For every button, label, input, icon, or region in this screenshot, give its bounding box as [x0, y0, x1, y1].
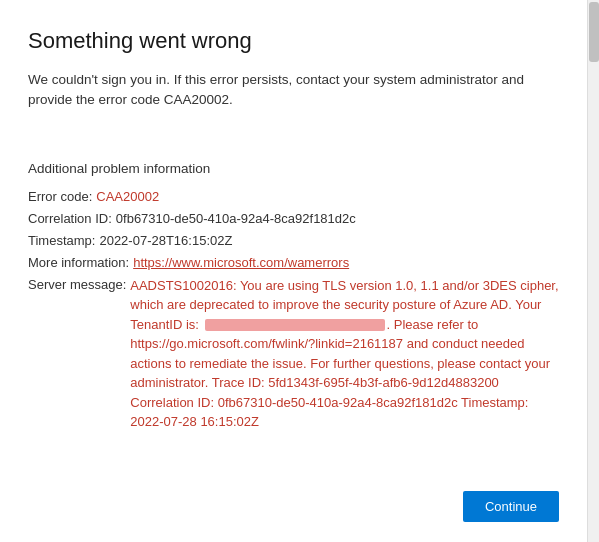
scrollbar[interactable] [587, 0, 599, 542]
server-message-label: Server message: [28, 274, 126, 296]
correlation-id-label: Correlation ID: [28, 208, 112, 230]
more-info-link[interactable]: https://www.microsoft.com/wamerrors [133, 252, 349, 274]
timestamp-value: 2022-07-28T16:15:02Z [99, 230, 232, 252]
footer: Continue [28, 479, 559, 522]
info-table: Error code: CAA20002 Correlation ID: 0fb… [28, 186, 559, 432]
correlation-id-value: 0fb67310-de50-410a-92a4-8ca92f181d2c [116, 208, 356, 230]
page-title: Something went wrong [28, 28, 559, 54]
more-info-label: More information: [28, 252, 129, 274]
server-message-row: Server message: AADSTS1002016: You are u… [28, 274, 559, 432]
redacted-tenant-id [205, 319, 385, 331]
more-info-row: More information: https://www.microsoft.… [28, 252, 559, 274]
error-code-label: Error code: [28, 186, 92, 208]
description-text: We couldn't sign you in. If this error p… [28, 70, 559, 111]
error-code-row: Error code: CAA20002 [28, 186, 559, 208]
additional-section: Additional problem information Error cod… [28, 161, 559, 432]
server-message-text2: . Please refer to https://go.microsoft.c… [130, 317, 550, 430]
continue-button[interactable]: Continue [463, 491, 559, 522]
additional-heading: Additional problem information [28, 161, 559, 176]
main-container: Something went wrong We couldn't sign yo… [0, 0, 587, 542]
server-message-content: AADSTS1002016: You are using TLS version… [130, 276, 559, 432]
timestamp-label: Timestamp: [28, 230, 95, 252]
timestamp-row: Timestamp: 2022-07-28T16:15:02Z [28, 230, 559, 252]
correlation-id-row: Correlation ID: 0fb67310-de50-410a-92a4-… [28, 208, 559, 230]
scrollbar-thumb[interactable] [589, 2, 599, 62]
error-code-value: CAA20002 [96, 186, 159, 208]
